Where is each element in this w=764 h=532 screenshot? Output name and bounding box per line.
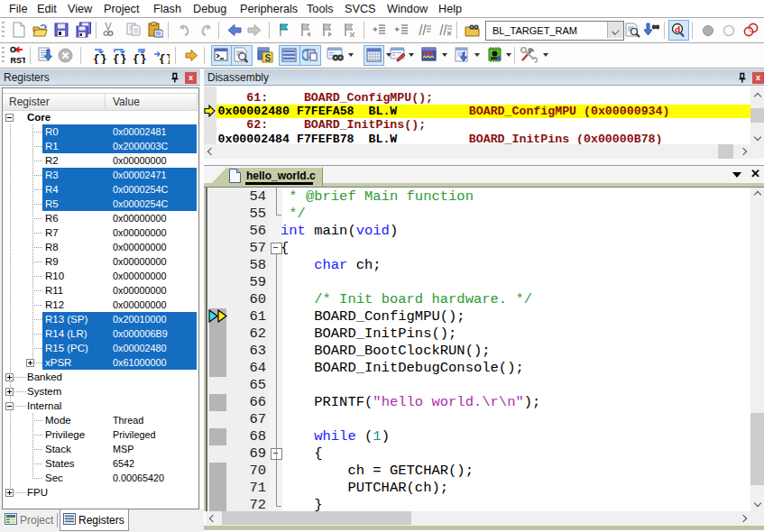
svg-text:{}: {} <box>159 52 170 64</box>
svg-text:S: S <box>265 53 272 63</box>
svg-text:d: d <box>675 23 680 34</box>
svg-text:{}: {} <box>93 52 106 64</box>
svg-text:{}: {} <box>133 52 147 64</box>
svg-text:{}: {} <box>113 52 127 64</box>
svg-text:RST: RST <box>11 56 26 65</box>
